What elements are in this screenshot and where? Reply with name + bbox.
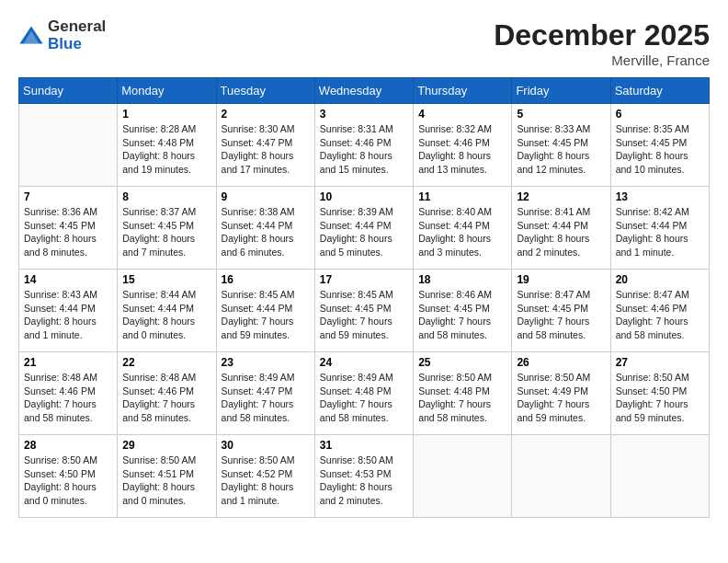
calendar-week-3: 14Sunrise: 8:43 AM Sunset: 4:44 PM Dayli… [19, 270, 710, 352]
day-info: Sunrise: 8:50 AM Sunset: 4:49 PM Dayligh… [517, 371, 605, 425]
calendar-cell: 21Sunrise: 8:48 AM Sunset: 4:46 PM Dayli… [19, 352, 118, 435]
day-number: 19 [517, 273, 605, 286]
day-info: Sunrise: 8:48 AM Sunset: 4:46 PM Dayligh… [122, 371, 210, 425]
calendar-cell: 27Sunrise: 8:50 AM Sunset: 4:50 PM Dayli… [610, 352, 709, 435]
month-title: December 2025 [494, 18, 710, 52]
day-number: 15 [122, 273, 210, 286]
logo-general: General [48, 18, 106, 36]
day-number: 25 [418, 356, 506, 369]
logo-text: General Blue [48, 18, 106, 52]
day-number: 18 [418, 273, 506, 286]
day-header-thursday: Thursday [414, 78, 512, 104]
calendar-cell: 15Sunrise: 8:44 AM Sunset: 4:44 PM Dayli… [118, 270, 216, 352]
day-header-friday: Friday [512, 78, 610, 104]
calendar-cell: 18Sunrise: 8:46 AM Sunset: 4:45 PM Dayli… [414, 270, 512, 352]
day-info: Sunrise: 8:49 AM Sunset: 4:48 PM Dayligh… [320, 371, 408, 425]
day-number: 10 [320, 190, 408, 203]
location: Merville, France [494, 52, 710, 68]
day-header-tuesday: Tuesday [216, 78, 314, 104]
calendar-cell: 30Sunrise: 8:50 AM Sunset: 4:52 PM Dayli… [216, 435, 314, 518]
day-number: 14 [24, 273, 112, 286]
calendar-cell: 31Sunrise: 8:50 AM Sunset: 4:53 PM Dayli… [314, 435, 413, 518]
calendar-cell: 24Sunrise: 8:49 AM Sunset: 4:48 PM Dayli… [314, 352, 413, 435]
day-info: Sunrise: 8:50 AM Sunset: 4:52 PM Dayligh… [222, 454, 310, 508]
day-number: 2 [222, 108, 310, 121]
day-info: Sunrise: 8:31 AM Sunset: 4:46 PM Dayligh… [320, 122, 408, 177]
day-header-saturday: Saturday [610, 78, 709, 104]
calendar-cell: 6Sunrise: 8:35 AM Sunset: 4:45 PM Daylig… [610, 104, 709, 187]
day-info: Sunrise: 8:45 AM Sunset: 4:45 PM Dayligh… [320, 288, 408, 342]
calendar-cell: 2Sunrise: 8:30 AM Sunset: 4:47 PM Daylig… [216, 104, 314, 187]
day-number: 31 [320, 439, 408, 452]
calendar-cell: 5Sunrise: 8:33 AM Sunset: 4:45 PM Daylig… [512, 104, 610, 187]
day-info: Sunrise: 8:42 AM Sunset: 4:44 PM Dayligh… [616, 205, 704, 259]
calendar-table: SundayMondayTuesdayWednesdayThursdayFrid… [18, 77, 710, 518]
calendar-cell: 4Sunrise: 8:32 AM Sunset: 4:46 PM Daylig… [414, 104, 512, 187]
calendar-cell: 28Sunrise: 8:50 AM Sunset: 4:50 PM Dayli… [19, 435, 118, 518]
day-info: Sunrise: 8:38 AM Sunset: 4:44 PM Dayligh… [222, 205, 310, 259]
day-number: 30 [222, 439, 310, 452]
calendar-cell: 14Sunrise: 8:43 AM Sunset: 4:44 PM Dayli… [19, 270, 118, 352]
day-info: Sunrise: 8:45 AM Sunset: 4:44 PM Dayligh… [222, 288, 310, 342]
day-number: 12 [517, 190, 605, 203]
day-info: Sunrise: 8:36 AM Sunset: 4:45 PM Dayligh… [24, 205, 112, 259]
calendar-cell [19, 104, 118, 187]
calendar-header-row: SundayMondayTuesdayWednesdayThursdayFrid… [19, 78, 710, 104]
calendar-cell: 12Sunrise: 8:41 AM Sunset: 4:44 PM Dayli… [512, 187, 610, 270]
day-info: Sunrise: 8:40 AM Sunset: 4:44 PM Dayligh… [418, 205, 506, 259]
day-info: Sunrise: 8:44 AM Sunset: 4:44 PM Dayligh… [122, 288, 210, 342]
day-number: 9 [222, 190, 310, 203]
day-info: Sunrise: 8:37 AM Sunset: 4:45 PM Dayligh… [122, 205, 210, 259]
day-info: Sunrise: 8:41 AM Sunset: 4:44 PM Dayligh… [517, 205, 605, 259]
day-info: Sunrise: 8:33 AM Sunset: 4:45 PM Dayligh… [517, 122, 605, 177]
day-number: 29 [122, 439, 210, 452]
day-info: Sunrise: 8:28 AM Sunset: 4:48 PM Dayligh… [122, 122, 210, 177]
day-info: Sunrise: 8:32 AM Sunset: 4:46 PM Dayligh… [418, 122, 506, 177]
day-number: 17 [320, 273, 408, 286]
calendar-cell: 8Sunrise: 8:37 AM Sunset: 4:45 PM Daylig… [118, 187, 216, 270]
calendar-week-1: 1Sunrise: 8:28 AM Sunset: 4:48 PM Daylig… [19, 104, 710, 187]
day-number: 5 [517, 108, 605, 121]
calendar-cell [414, 435, 512, 518]
day-number: 1 [122, 108, 210, 121]
day-info: Sunrise: 8:50 AM Sunset: 4:51 PM Dayligh… [122, 454, 210, 508]
calendar-cell: 19Sunrise: 8:47 AM Sunset: 4:45 PM Dayli… [512, 270, 610, 352]
day-number: 16 [222, 273, 310, 286]
calendar-cell [610, 435, 709, 518]
day-info: Sunrise: 8:48 AM Sunset: 4:46 PM Dayligh… [24, 371, 112, 425]
calendar-cell [512, 435, 610, 518]
day-number: 3 [320, 108, 408, 121]
day-number: 11 [418, 190, 506, 203]
day-number: 26 [517, 356, 605, 369]
calendar-cell: 13Sunrise: 8:42 AM Sunset: 4:44 PM Dayli… [610, 187, 709, 270]
day-number: 4 [418, 108, 506, 121]
logo-blue: Blue [48, 36, 106, 53]
day-number: 22 [122, 356, 210, 369]
day-number: 24 [320, 356, 408, 369]
day-number: 6 [616, 108, 704, 121]
day-info: Sunrise: 8:50 AM Sunset: 4:48 PM Dayligh… [418, 371, 506, 425]
calendar-cell: 16Sunrise: 8:45 AM Sunset: 4:44 PM Dayli… [216, 270, 314, 352]
logo: General Blue [18, 18, 106, 52]
day-number: 28 [24, 439, 112, 452]
calendar-cell: 7Sunrise: 8:36 AM Sunset: 4:45 PM Daylig… [19, 187, 118, 270]
calendar-cell: 3Sunrise: 8:31 AM Sunset: 4:46 PM Daylig… [314, 104, 413, 187]
day-info: Sunrise: 8:39 AM Sunset: 4:44 PM Dayligh… [320, 205, 408, 259]
calendar-cell: 23Sunrise: 8:49 AM Sunset: 4:47 PM Dayli… [216, 352, 314, 435]
day-info: Sunrise: 8:50 AM Sunset: 4:53 PM Dayligh… [320, 454, 408, 508]
day-number: 21 [24, 356, 112, 369]
day-info: Sunrise: 8:46 AM Sunset: 4:45 PM Dayligh… [418, 288, 506, 342]
day-number: 23 [222, 356, 310, 369]
day-info: Sunrise: 8:30 AM Sunset: 4:47 PM Dayligh… [222, 122, 310, 177]
calendar-cell: 17Sunrise: 8:45 AM Sunset: 4:45 PM Dayli… [314, 270, 413, 352]
calendar-cell: 22Sunrise: 8:48 AM Sunset: 4:46 PM Dayli… [118, 352, 216, 435]
day-info: Sunrise: 8:43 AM Sunset: 4:44 PM Dayligh… [24, 288, 112, 342]
title-block: December 2025 Merville, France [494, 18, 710, 68]
calendar-cell: 20Sunrise: 8:47 AM Sunset: 4:46 PM Dayli… [610, 270, 709, 352]
day-info: Sunrise: 8:50 AM Sunset: 4:50 PM Dayligh… [24, 454, 112, 508]
day-info: Sunrise: 8:47 AM Sunset: 4:46 PM Dayligh… [616, 288, 704, 342]
page-header: General Blue December 2025 Merville, Fra… [18, 18, 710, 68]
calendar-cell: 1Sunrise: 8:28 AM Sunset: 4:48 PM Daylig… [118, 104, 216, 187]
calendar-cell: 26Sunrise: 8:50 AM Sunset: 4:49 PM Dayli… [512, 352, 610, 435]
calendar-cell: 29Sunrise: 8:50 AM Sunset: 4:51 PM Dayli… [118, 435, 216, 518]
